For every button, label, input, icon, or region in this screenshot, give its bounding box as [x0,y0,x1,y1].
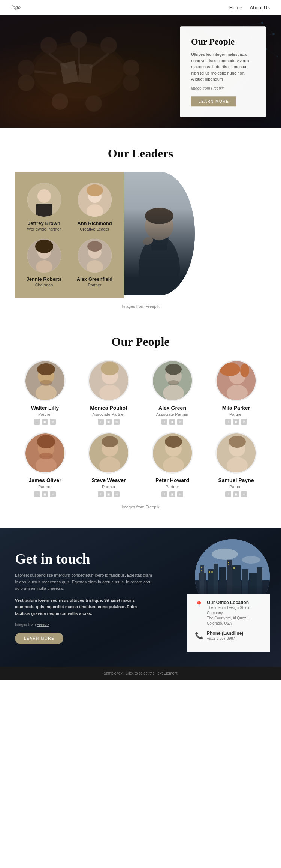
instagram-icon-james[interactable]: ▣ [42,491,48,497]
office-label: Our Office Location [207,600,262,605]
facebook-icon-steve[interactable]: f [98,491,104,497]
facebook-icon-walter[interactable]: f [34,419,40,425]
linkedin-icon-james[interactable]: in [50,491,56,497]
person-role-james: Partner [38,484,52,489]
logo: logo [11,4,21,10]
person-avatar-peter [152,432,193,474]
leader-avatar-ann [78,183,112,217]
facebook-icon-monica[interactable]: f [98,419,104,425]
svg-point-78 [102,436,118,447]
linkedin-icon-samuel[interactable]: in [241,491,247,497]
person-name-mila: Mila Parker [222,405,250,411]
phone-label: Phone (Landline) [207,631,243,636]
leader-role-jeffrey: Worldwide Partner [27,227,61,231]
instagram-icon-walter[interactable]: ▣ [42,419,48,425]
leader-role-alexgf: Partner [88,283,101,287]
svg-point-72 [36,457,57,474]
hero-background-image [4,19,184,124]
hero-learn-more-button[interactable]: LEARN MORE [191,96,236,106]
person-avatar-mila [215,360,257,401]
svg-rect-103 [201,570,202,571]
leader-role-ann: Creative Leader [80,227,109,231]
svg-point-90 [242,556,260,564]
nav-home[interactable]: Home [229,5,242,10]
leaders-images-credit: Images from Freepik [15,304,266,309]
office-info-text: Our Office Location The Interior Design … [207,600,262,626]
svg-rect-105 [211,571,213,573]
leader-name-jennie: Jennie Roberts [27,276,62,282]
linkedin-icon-walter[interactable]: in [50,419,56,425]
person-role-samuel: Partner [229,484,243,489]
svg-point-46 [139,235,180,295]
facebook-icon-alexg[interactable]: f [161,419,167,425]
svg-point-47 [145,212,173,240]
people-section: Our People Walter Lilly Partner f ▣ in [0,327,281,528]
person-name-peter: Peter Howard [155,477,189,483]
person-social-mila: f ▣ in [225,419,247,425]
instagram-icon-alexg[interactable]: ▣ [169,419,175,425]
svg-point-7 [123,60,139,76]
linkedin-icon-mila[interactable]: in [241,419,247,425]
hero-image-credit: Image from Freepik [191,85,255,91]
instagram-icon-steve[interactable]: ▣ [106,491,112,497]
linkedin-icon-monica[interactable]: in [114,419,120,425]
person-card-steve: Steve Weaver Partner f ▣ in [79,432,139,497]
person-role-walter: Partner [38,412,52,417]
person-role-alexg: Associate Partner [156,412,189,417]
svg-rect-106 [228,562,229,563]
contact-strong-text: Vestibulum lorem sed risus ultrices tris… [15,597,153,617]
linkedin-icon-peter[interactable]: in [177,491,183,497]
person-social-james: f ▣ in [34,491,56,497]
hero-section: Our People Ultrices leo integer malesuad… [0,15,281,128]
svg-point-86 [229,436,246,448]
person-social-monica: f ▣ in [98,419,120,425]
svg-rect-108 [233,567,235,569]
nav-about[interactable]: About Us [250,5,270,10]
leaders-grid: Jeffrey Brown Worldwide Partner Ann Rich… [15,172,266,298]
instagram-icon-mila[interactable]: ▣ [233,419,239,425]
instagram-icon-monica[interactable]: ▣ [106,419,112,425]
person-social-samuel: f ▣ in [225,491,247,497]
svg-point-8 [123,75,139,91]
facebook-icon-mila[interactable]: f [225,419,231,425]
svg-point-85 [227,457,248,474]
facebook-icon-james[interactable]: f [34,491,40,497]
facebook-icon-samuel[interactable]: f [225,491,231,497]
linkedin-icon-alexg[interactable]: in [177,419,183,425]
person-role-peter: Partner [166,484,179,489]
svg-point-49 [142,236,154,246]
svg-rect-16 [78,64,93,84]
hero-title: Our People [191,37,255,47]
leader-card-jennie: Jennie Roberts Chairman [22,239,66,287]
footer-text: Sample text. Click to select the Text El… [103,671,177,675]
site-footer: Sample text. Click to select the Text El… [0,667,281,680]
person-avatar-james [24,432,66,474]
instagram-icon-samuel[interactable]: ▣ [233,491,239,497]
office-line2: The Courtyard, Al Quoz 1, Colorado, USA [207,616,262,626]
person-card-samuel: Samuel Payne Partner f ▣ in [206,432,266,497]
person-name-alexg: Alex Green [158,405,186,411]
leaders-section: Our Leaders Jeffrey Brown Worldwide Part… [0,128,281,327]
svg-point-55 [40,380,52,386]
svg-point-62 [163,385,184,401]
leader-avatar-jeffrey [27,183,61,217]
instagram-icon-peter[interactable]: ▣ [169,491,175,497]
person-social-alexg: f ▣ in [161,419,183,425]
linkedin-icon-steve[interactable]: in [114,491,120,497]
svg-point-2 [40,37,57,54]
svg-point-68 [219,363,240,376]
hero-card: Our People Ultrices leo integer malesuad… [180,26,266,117]
svg-point-77 [99,457,120,474]
hero-description: Ultrices leo integer malesuada nunc vel … [191,51,255,82]
contact-credit-link[interactable]: Freepik [37,622,49,627]
person-card-mila: Mila Parker Partner f ▣ in [206,360,266,425]
leader-role-jennie: Chairman [35,283,53,287]
svg-point-59 [101,362,119,375]
contact-content: Get in touch Laoreet suspendisse interdu… [15,550,153,644]
svg-point-4 [100,37,117,54]
contact-learn-more-button[interactable]: LEARN MORE [15,633,63,644]
phone-icon: 📞 [195,631,203,640]
facebook-icon-peter[interactable]: f [161,491,167,497]
contact-section: Get in touch Laoreet suspendisse interdu… [0,528,281,667]
svg-point-43 [87,241,102,252]
